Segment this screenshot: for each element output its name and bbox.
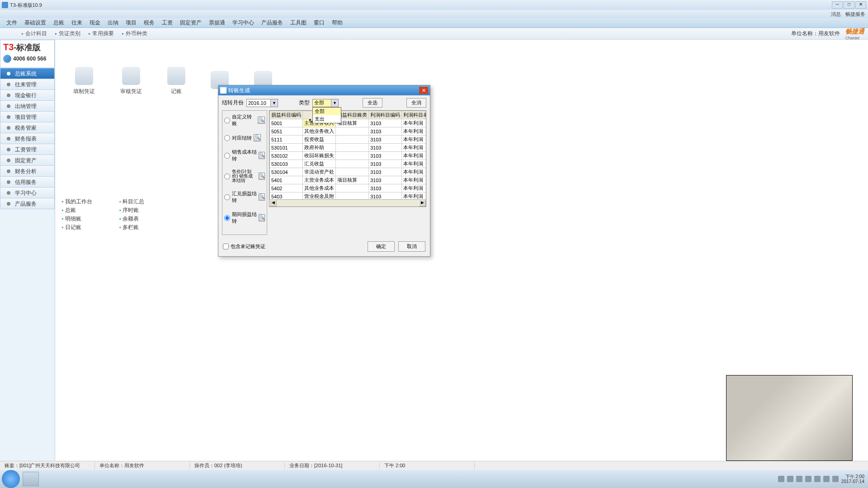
table-cell[interactable]: 本年利润	[402, 127, 427, 136]
table-cell[interactable]: 项目核算	[336, 176, 369, 184]
scroll-left-icon[interactable]: ◀	[269, 200, 277, 206]
tray-icon[interactable]	[814, 476, 821, 478]
tray-icon[interactable]	[796, 476, 802, 478]
table-cell[interactable]: 3103	[369, 184, 402, 192]
menu-win[interactable]: 窗口	[310, 19, 328, 27]
table-cell[interactable]: 5001	[270, 119, 303, 127]
menu-file[interactable]: 文件	[3, 19, 21, 27]
nav-learn[interactable]: 学习中心	[0, 188, 55, 198]
menu-tool[interactable]: 工具图	[287, 19, 310, 27]
table-cell[interactable]: 3103	[369, 160, 402, 168]
table-cell[interactable]: 汇兑收益	[303, 160, 336, 168]
table-cell[interactable]: 政府补助	[303, 144, 336, 152]
table-cell[interactable]: 530103	[270, 160, 303, 168]
maximize-button[interactable]: □	[844, 1, 854, 9]
ql-multi[interactable]: 多栏账	[119, 224, 145, 231]
type-input[interactable]	[313, 99, 331, 107]
table-row[interactable]: 5001主营业务收入项目核算3103本年利润	[270, 119, 427, 127]
table-cell[interactable]: 主营业务成本	[303, 176, 336, 184]
menu-cn[interactable]: 出纳	[104, 19, 122, 27]
table-cell[interactable]: 本年利润	[402, 136, 427, 144]
table-cell[interactable]: 其他业务收入	[303, 127, 336, 136]
flow-post-icon[interactable]	[167, 67, 185, 85]
table-cell[interactable]: 本年利润	[402, 119, 427, 127]
table-cell[interactable]: 5051	[270, 127, 303, 136]
close-button[interactable]: ✕	[855, 1, 866, 9]
ql-journal[interactable]: 日记账	[61, 224, 92, 231]
table-cell[interactable]: 投资收益	[303, 136, 336, 144]
menu-proj[interactable]: 项目	[122, 19, 140, 27]
table-cell[interactable]: 5402	[270, 184, 303, 192]
table-row[interactable]: 530104非流动资产处3103本年利润	[270, 168, 427, 176]
table-cell[interactable]: 本年利润	[402, 184, 427, 192]
ok-button[interactable]: 确定	[368, 241, 395, 252]
table-cell[interactable]: 530102	[270, 152, 303, 160]
nav-fa[interactable]: 固定资产	[0, 155, 55, 166]
menu-basic[interactable]: 基础设置	[21, 19, 50, 27]
ql-chrono[interactable]: 序时账	[119, 206, 145, 214]
radio-salescost[interactable]	[224, 153, 230, 159]
type-opt-all[interactable]: 全部	[313, 108, 341, 115]
select-all-button[interactable]: 全选	[363, 98, 382, 108]
tray-clock[interactable]: 下午 2:00 2017-07-14	[841, 474, 864, 478]
table-cell[interactable]	[336, 168, 369, 176]
table-row[interactable]: 5051其他业务收入3103本年利润	[270, 127, 427, 136]
lookup-icon[interactable]: 🔍	[259, 173, 265, 180]
table-cell[interactable]: 5401	[270, 176, 303, 184]
nav-tax[interactable]: 税务管家	[0, 122, 55, 133]
menu-arap[interactable]: 往来	[68, 19, 86, 27]
type-combo[interactable]: ▼ 全部 支出	[312, 99, 339, 107]
ql-workbench[interactable]: 我的工作台	[61, 198, 92, 206]
lookup-icon[interactable]: 🔍	[259, 152, 265, 159]
tray-icon[interactable]	[778, 476, 784, 478]
ql-detail[interactable]: 明细账	[61, 215, 92, 223]
menu-help[interactable]: 帮助	[328, 19, 346, 27]
table-cell[interactable]: 本年利润	[402, 152, 427, 160]
menu-cash[interactable]: 现金	[86, 19, 104, 27]
msg-link[interactable]: 消息	[831, 11, 841, 18]
type-opt-exp[interactable]: 支出	[313, 115, 341, 123]
include-unposted-checkbox[interactable]: 包含未记账凭证	[223, 243, 265, 250]
table-cell[interactable]: 本年利润	[402, 176, 427, 184]
table-cell[interactable]: 非流动资产处	[303, 168, 336, 176]
menu-bill[interactable]: 票据通	[205, 19, 229, 27]
dialog-title-bar[interactable]: 转账生成 ✕	[218, 85, 430, 95]
grid-header[interactable]: 利润科目编码	[369, 111, 402, 119]
month-input[interactable]	[247, 99, 270, 107]
table-row[interactable]: 530103汇兑收益3103本年利润	[270, 160, 427, 168]
grid-header[interactable]: 损益科目编码	[270, 111, 303, 119]
nav-proj[interactable]: 项目管理	[0, 112, 55, 122]
tb-summary[interactable]: 常用摘要	[89, 30, 114, 38]
nav-cash[interactable]: 现金银行	[0, 90, 55, 101]
taskbar-app[interactable]	[23, 472, 39, 478]
radio-price[interactable]	[224, 174, 230, 179]
table-cell[interactable]: 3103	[369, 136, 402, 144]
radio-exch[interactable]	[224, 194, 230, 200]
minimize-button[interactable]: ─	[832, 1, 843, 9]
menu-sal[interactable]: 工资	[158, 19, 176, 27]
type-arrow-icon[interactable]: ▼	[331, 99, 338, 107]
tb-subject[interactable]: 会计科目	[22, 30, 47, 38]
table-cell[interactable]: 3103	[369, 144, 402, 152]
ql-subj-sum[interactable]: 科目汇总	[119, 198, 145, 206]
nav-arap[interactable]: 往来管理	[0, 79, 55, 90]
table-cell[interactable]: 530104	[270, 168, 303, 176]
chk-input[interactable]	[223, 244, 229, 249]
ql-balance[interactable]: 余额表	[119, 215, 145, 223]
deselect-all-button[interactable]: 全消	[406, 98, 426, 108]
grid-header[interactable]: 利润科目名称	[402, 111, 427, 119]
table-cell[interactable]: 收回坏账损失	[303, 152, 336, 160]
menu-prod[interactable]: 产品服务	[258, 19, 287, 27]
nav-credit[interactable]: 信用服务	[0, 177, 55, 188]
table-cell[interactable]: 530101	[270, 144, 303, 152]
lookup-icon[interactable]: 🔍	[258, 117, 265, 124]
lookup-icon[interactable]: 🔍	[259, 214, 265, 221]
grid[interactable]: 损益科目编码损益科目账类利润科目编码利润科目名称5001主营业务收入项目核算31…	[269, 110, 426, 207]
table-cell[interactable]: 本年利润	[402, 160, 427, 168]
tray-icon[interactable]	[832, 476, 839, 478]
table-cell[interactable]: 其他业务成本	[303, 184, 336, 192]
table-row[interactable]: 5111投资收益3103本年利润	[270, 136, 427, 144]
menu-fa[interactable]: 固定资产	[176, 19, 205, 27]
nav-cn[interactable]: 出纳管理	[0, 101, 55, 112]
flow-audit-icon[interactable]	[122, 67, 140, 85]
